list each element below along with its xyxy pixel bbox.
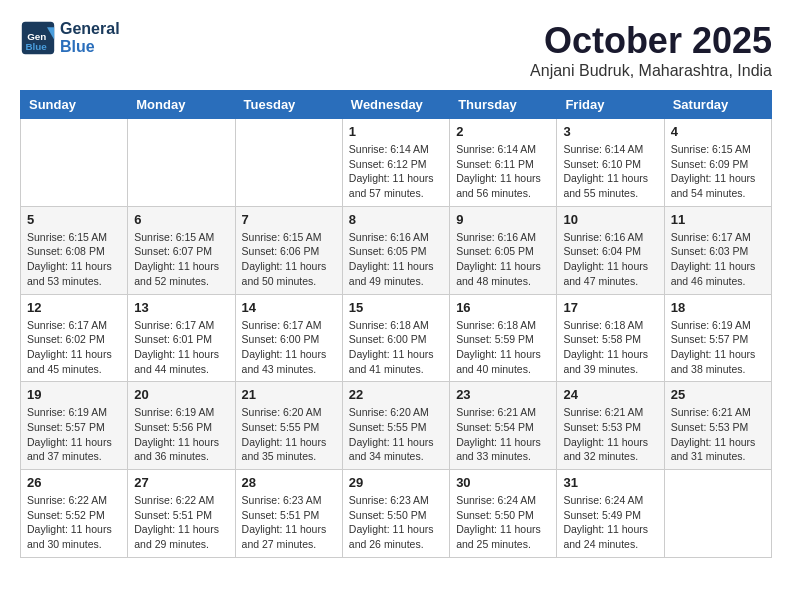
day-info: Sunrise: 6:20 AM Sunset: 5:55 PM Dayligh… [349,405,443,464]
day-info: Sunrise: 6:18 AM Sunset: 5:59 PM Dayligh… [456,318,550,377]
day-number: 29 [349,475,443,490]
day-number: 19 [27,387,121,402]
day-info: Sunrise: 6:14 AM Sunset: 6:12 PM Dayligh… [349,142,443,201]
logo-text: General Blue [60,20,120,56]
day-info: Sunrise: 6:18 AM Sunset: 5:58 PM Dayligh… [563,318,657,377]
calendar-cell: 24Sunrise: 6:21 AM Sunset: 5:53 PM Dayli… [557,382,664,470]
calendar-cell [664,470,771,558]
calendar-cell: 23Sunrise: 6:21 AM Sunset: 5:54 PM Dayli… [450,382,557,470]
calendar-cell: 20Sunrise: 6:19 AM Sunset: 5:56 PM Dayli… [128,382,235,470]
day-info: Sunrise: 6:15 AM Sunset: 6:09 PM Dayligh… [671,142,765,201]
day-number: 18 [671,300,765,315]
calendar-cell: 7Sunrise: 6:15 AM Sunset: 6:06 PM Daylig… [235,206,342,294]
day-info: Sunrise: 6:16 AM Sunset: 6:05 PM Dayligh… [349,230,443,289]
weekday-header-friday: Friday [557,91,664,119]
day-info: Sunrise: 6:24 AM Sunset: 5:50 PM Dayligh… [456,493,550,552]
calendar-cell: 12Sunrise: 6:17 AM Sunset: 6:02 PM Dayli… [21,294,128,382]
logo-icon: Gen Blue [20,20,56,56]
day-info: Sunrise: 6:14 AM Sunset: 6:11 PM Dayligh… [456,142,550,201]
calendar-cell [21,119,128,207]
weekday-header-tuesday: Tuesday [235,91,342,119]
day-number: 21 [242,387,336,402]
day-number: 23 [456,387,550,402]
week-row-1: 1Sunrise: 6:14 AM Sunset: 6:12 PM Daylig… [21,119,772,207]
day-number: 16 [456,300,550,315]
day-number: 2 [456,124,550,139]
day-info: Sunrise: 6:19 AM Sunset: 5:57 PM Dayligh… [27,405,121,464]
calendar-cell: 4Sunrise: 6:15 AM Sunset: 6:09 PM Daylig… [664,119,771,207]
day-number: 14 [242,300,336,315]
calendar-cell: 10Sunrise: 6:16 AM Sunset: 6:04 PM Dayli… [557,206,664,294]
calendar-cell: 22Sunrise: 6:20 AM Sunset: 5:55 PM Dayli… [342,382,449,470]
day-number: 6 [134,212,228,227]
calendar-cell: 26Sunrise: 6:22 AM Sunset: 5:52 PM Dayli… [21,470,128,558]
calendar-cell: 29Sunrise: 6:23 AM Sunset: 5:50 PM Dayli… [342,470,449,558]
day-info: Sunrise: 6:19 AM Sunset: 5:57 PM Dayligh… [671,318,765,377]
day-info: Sunrise: 6:22 AM Sunset: 5:52 PM Dayligh… [27,493,121,552]
day-info: Sunrise: 6:20 AM Sunset: 5:55 PM Dayligh… [242,405,336,464]
calendar-cell: 15Sunrise: 6:18 AM Sunset: 6:00 PM Dayli… [342,294,449,382]
day-info: Sunrise: 6:17 AM Sunset: 6:02 PM Dayligh… [27,318,121,377]
weekday-header-monday: Monday [128,91,235,119]
weekday-header-sunday: Sunday [21,91,128,119]
calendar-cell: 8Sunrise: 6:16 AM Sunset: 6:05 PM Daylig… [342,206,449,294]
calendar-cell: 1Sunrise: 6:14 AM Sunset: 6:12 PM Daylig… [342,119,449,207]
logo: Gen Blue General Blue [20,20,120,56]
day-number: 20 [134,387,228,402]
day-info: Sunrise: 6:15 AM Sunset: 6:06 PM Dayligh… [242,230,336,289]
day-number: 31 [563,475,657,490]
day-info: Sunrise: 6:17 AM Sunset: 6:01 PM Dayligh… [134,318,228,377]
calendar-header: SundayMondayTuesdayWednesdayThursdayFrid… [21,91,772,119]
day-info: Sunrise: 6:16 AM Sunset: 6:04 PM Dayligh… [563,230,657,289]
week-row-4: 19Sunrise: 6:19 AM Sunset: 5:57 PM Dayli… [21,382,772,470]
day-number: 13 [134,300,228,315]
day-number: 3 [563,124,657,139]
day-number: 27 [134,475,228,490]
calendar-cell [235,119,342,207]
day-info: Sunrise: 6:21 AM Sunset: 5:54 PM Dayligh… [456,405,550,464]
day-number: 11 [671,212,765,227]
day-info: Sunrise: 6:24 AM Sunset: 5:49 PM Dayligh… [563,493,657,552]
svg-text:Blue: Blue [25,41,47,52]
weekday-header-row: SundayMondayTuesdayWednesdayThursdayFrid… [21,91,772,119]
calendar-cell: 13Sunrise: 6:17 AM Sunset: 6:01 PM Dayli… [128,294,235,382]
calendar-table: SundayMondayTuesdayWednesdayThursdayFrid… [20,90,772,558]
calendar-title-area: October 2025 Anjani Budruk, Maharashtra,… [530,20,772,80]
month-title: October 2025 [530,20,772,62]
calendar-cell: 6Sunrise: 6:15 AM Sunset: 6:07 PM Daylig… [128,206,235,294]
calendar-cell: 28Sunrise: 6:23 AM Sunset: 5:51 PM Dayli… [235,470,342,558]
day-number: 25 [671,387,765,402]
day-info: Sunrise: 6:23 AM Sunset: 5:51 PM Dayligh… [242,493,336,552]
day-number: 8 [349,212,443,227]
day-number: 30 [456,475,550,490]
day-number: 17 [563,300,657,315]
week-row-5: 26Sunrise: 6:22 AM Sunset: 5:52 PM Dayli… [21,470,772,558]
calendar-cell: 5Sunrise: 6:15 AM Sunset: 6:08 PM Daylig… [21,206,128,294]
day-number: 5 [27,212,121,227]
calendar-cell: 27Sunrise: 6:22 AM Sunset: 5:51 PM Dayli… [128,470,235,558]
calendar-cell: 25Sunrise: 6:21 AM Sunset: 5:53 PM Dayli… [664,382,771,470]
page-header: Gen Blue General Blue October 2025 Anjan… [20,20,772,80]
day-info: Sunrise: 6:21 AM Sunset: 5:53 PM Dayligh… [671,405,765,464]
day-info: Sunrise: 6:15 AM Sunset: 6:08 PM Dayligh… [27,230,121,289]
day-info: Sunrise: 6:22 AM Sunset: 5:51 PM Dayligh… [134,493,228,552]
location-subtitle: Anjani Budruk, Maharashtra, India [530,62,772,80]
weekday-header-thursday: Thursday [450,91,557,119]
calendar-cell: 30Sunrise: 6:24 AM Sunset: 5:50 PM Dayli… [450,470,557,558]
day-info: Sunrise: 6:23 AM Sunset: 5:50 PM Dayligh… [349,493,443,552]
calendar-cell: 11Sunrise: 6:17 AM Sunset: 6:03 PM Dayli… [664,206,771,294]
day-info: Sunrise: 6:16 AM Sunset: 6:05 PM Dayligh… [456,230,550,289]
calendar-cell [128,119,235,207]
day-info: Sunrise: 6:15 AM Sunset: 6:07 PM Dayligh… [134,230,228,289]
week-row-3: 12Sunrise: 6:17 AM Sunset: 6:02 PM Dayli… [21,294,772,382]
calendar-cell: 18Sunrise: 6:19 AM Sunset: 5:57 PM Dayli… [664,294,771,382]
day-number: 7 [242,212,336,227]
day-info: Sunrise: 6:17 AM Sunset: 6:03 PM Dayligh… [671,230,765,289]
day-number: 28 [242,475,336,490]
day-number: 10 [563,212,657,227]
day-number: 15 [349,300,443,315]
day-info: Sunrise: 6:21 AM Sunset: 5:53 PM Dayligh… [563,405,657,464]
day-number: 22 [349,387,443,402]
calendar-cell: 14Sunrise: 6:17 AM Sunset: 6:00 PM Dayli… [235,294,342,382]
calendar-cell: 3Sunrise: 6:14 AM Sunset: 6:10 PM Daylig… [557,119,664,207]
